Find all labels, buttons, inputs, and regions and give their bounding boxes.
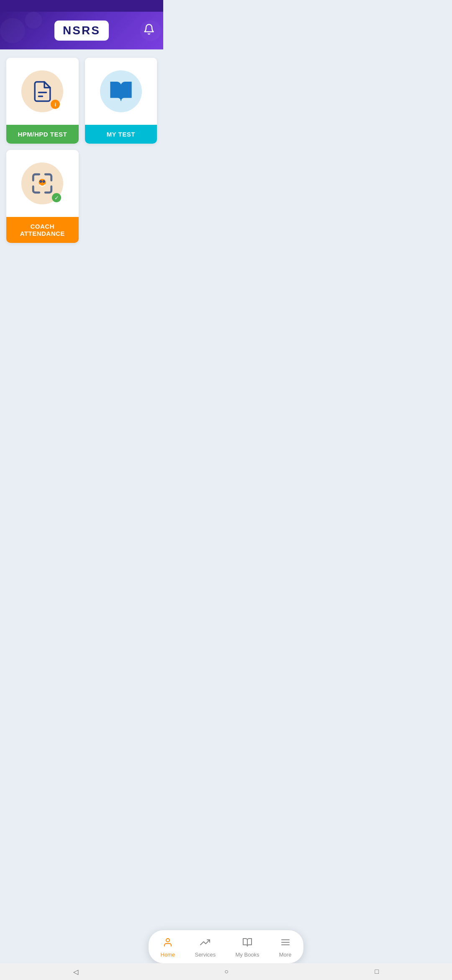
top-card-row: i HPM/HPD TEST MY TEST <box>6 58 157 144</box>
hpm-hpd-test-label: HPM/HPD TEST <box>6 125 79 144</box>
hpm-hpd-icon-circle: i <box>21 70 63 112</box>
my-test-icon-circle <box>100 70 142 112</box>
my-test-label: MY TEST <box>85 125 157 144</box>
status-bar <box>0 0 163 12</box>
coach-attendance-card[interactable]: ✓ COACH ATTENDANCE <box>6 150 79 243</box>
coach-attendance-icon-area: ✓ <box>6 150 79 217</box>
coach-attendance-label: COACH ATTENDANCE <box>6 217 79 243</box>
logo-box: NSRS <box>54 21 109 41</box>
svg-point-4 <box>44 181 44 182</box>
main-content: i HPM/HPD TEST MY TEST <box>0 49 163 301</box>
hpm-info-badge: i <box>51 100 60 109</box>
coach-check-badge: ✓ <box>52 193 61 202</box>
coach-attendance-icon-circle: ✓ <box>21 162 63 204</box>
app-header: NSRS <box>0 12 163 49</box>
svg-point-3 <box>40 181 41 182</box>
my-test-icon-area <box>85 58 157 125</box>
bottom-card-row: ✓ COACH ATTENDANCE <box>6 150 157 243</box>
notification-bell-icon[interactable] <box>143 23 155 38</box>
hpm-hpd-test-card[interactable]: i HPM/HPD TEST <box>6 58 79 144</box>
app-logo: NSRS <box>63 24 100 37</box>
my-test-card[interactable]: MY TEST <box>85 58 157 144</box>
hpm-hpd-icon-area: i <box>6 58 79 125</box>
